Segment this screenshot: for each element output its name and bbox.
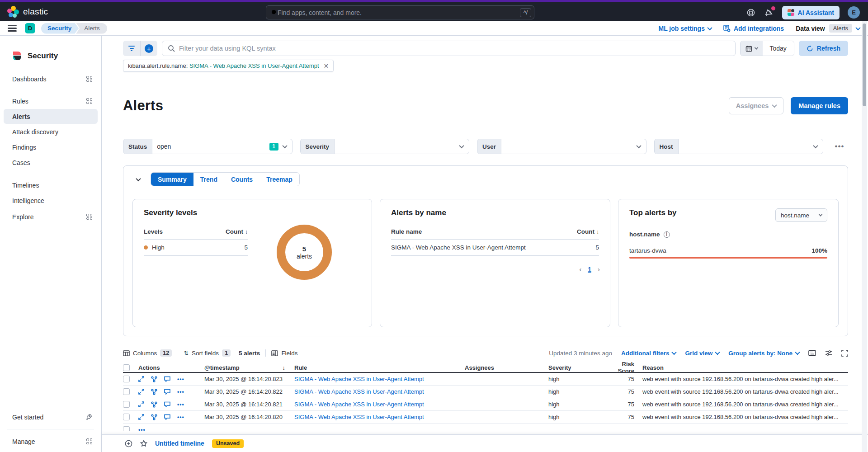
more-actions-icon[interactable]: ••• (177, 389, 184, 395)
additional-filters-button[interactable]: Additional filters (621, 350, 676, 357)
prev-page-icon[interactable]: ‹ (579, 265, 581, 273)
kql-search-bar[interactable] (162, 41, 736, 56)
col-reason[interactable]: Reason (637, 364, 848, 371)
alert-rule-link[interactable]: SIGMA - Web Apache XSS in User-Agent Att… (294, 401, 465, 408)
sidebar-item-attack-discovery[interactable]: Attack discovery (4, 124, 98, 139)
tab-trend[interactable]: Trend (193, 173, 224, 186)
select-all-checkbox[interactable] (123, 364, 138, 371)
sidebar-item-get-started[interactable]: Get started (4, 410, 98, 424)
row-checkbox[interactable] (123, 401, 138, 408)
collapse-charts-button[interactable] (132, 174, 144, 185)
info-icon[interactable]: i (664, 231, 670, 238)
more-actions-icon[interactable]: ••• (138, 427, 146, 432)
favorite-star-icon[interactable] (140, 440, 147, 447)
filter-pill[interactable]: kibana.alert.rule.name: SIGMA - Web Apac… (123, 60, 334, 72)
row-checkbox[interactable] (123, 426, 138, 431)
date-range-button[interactable]: Today (763, 41, 794, 56)
ml-job-settings-link[interactable]: ML job settings (659, 25, 712, 32)
expand-alert-icon[interactable] (138, 389, 144, 395)
data-view-picker[interactable]: Data view Alerts (796, 24, 860, 33)
row-checkbox[interactable] (123, 376, 138, 382)
alert-reason[interactable]: web event with source 192.168.56.200 on … (637, 401, 848, 408)
alert-rule-link[interactable]: SIGMA - Web Apache XSS in User-Agent Att… (294, 388, 465, 395)
severity-filter[interactable]: Severity (300, 139, 470, 154)
tab-summary[interactable]: Summary (151, 173, 193, 186)
analyzer-icon[interactable] (151, 414, 157, 420)
fullscreen-icon[interactable] (841, 350, 848, 357)
announcements-icon[interactable] (764, 8, 774, 18)
user-filter[interactable]: User (477, 139, 646, 154)
count-column-header[interactable]: Count ↓ (577, 228, 599, 235)
more-actions-icon[interactable]: ••• (177, 414, 184, 420)
analyzer-icon[interactable] (151, 376, 157, 382)
count-column-header[interactable]: Count ↓ (226, 228, 248, 235)
sidebar-item-cases[interactable]: Cases (4, 155, 98, 170)
breadcrumb-security[interactable]: Security (41, 23, 79, 34)
analyzer-icon[interactable] (151, 389, 157, 395)
add-integrations-link[interactable]: Add integrations (723, 25, 784, 32)
severity-donut-chart[interactable]: 5 alerts (277, 225, 332, 280)
add-filter-button[interactable]: + (140, 41, 157, 56)
expand-alert-icon[interactable] (138, 414, 144, 420)
display-options-icon[interactable] (825, 350, 832, 356)
assignees-button[interactable]: Assignees (729, 97, 784, 114)
col-rule[interactable]: Rule (294, 364, 465, 371)
expand-alert-icon[interactable] (138, 376, 144, 382)
sidebar-item-timelines[interactable]: Timelines (4, 178, 98, 193)
col-risk-score[interactable]: Risk Score (607, 361, 637, 374)
sidebar-item-intelligence[interactable]: Intelligence (4, 193, 98, 208)
add-timeline-icon[interactable] (125, 440, 132, 447)
group-alerts-button[interactable]: Group alerts by: None (728, 350, 799, 357)
grid-view-button[interactable]: Grid view (685, 350, 719, 357)
top-alerts-field-select[interactable]: host.name (775, 208, 827, 222)
sidebar-item-explore[interactable]: Explore (4, 209, 98, 224)
top-alerts-row[interactable]: tartarus-dvwa 100% (629, 247, 827, 257)
refresh-button[interactable]: Refresh (799, 41, 848, 56)
ai-assistant-button[interactable]: AI Assistant (782, 6, 840, 19)
sidebar-item-alerts[interactable]: Alerts (4, 109, 98, 124)
status-filter[interactable]: Status open 1 (123, 139, 292, 154)
alerts-by-name-row[interactable]: SIGMA - Web Apache XSS in User-Agent Att… (391, 240, 599, 256)
alert-rule-link[interactable]: SIGMA - Web Apache XSS in User-Agent Att… (294, 414, 465, 420)
space-badge[interactable]: D (25, 23, 35, 33)
sidebar-item-manage[interactable]: Manage (4, 434, 98, 449)
help-icon[interactable] (746, 8, 756, 18)
sort-fields-button[interactable]: ⇅ Sort fields 1 (184, 349, 231, 357)
severity-row-high[interactable]: High 5 (144, 240, 248, 256)
more-actions-icon[interactable]: ••• (177, 401, 184, 408)
saved-queries-icon[interactable] (123, 41, 140, 56)
sidebar-item-dashboards[interactable]: Dashboards (4, 71, 98, 86)
date-picker-calendar-button[interactable] (741, 41, 763, 56)
col-assignees[interactable]: Assignees (465, 364, 548, 371)
row-checkbox[interactable] (123, 388, 138, 395)
keyboard-shortcuts-icon[interactable] (808, 350, 816, 356)
fields-button[interactable]: Fields (271, 350, 297, 357)
remove-filter-icon[interactable]: ✕ (323, 62, 329, 70)
sidebar-item-rules[interactable]: Rules (4, 94, 98, 108)
next-page-icon[interactable]: › (598, 265, 600, 273)
col-severity[interactable]: Severity (548, 364, 607, 371)
elastic-logo[interactable]: elastic (0, 6, 48, 18)
user-avatar[interactable]: E (848, 6, 860, 19)
session-view-icon[interactable] (164, 389, 170, 395)
session-view-icon[interactable] (164, 401, 170, 407)
more-filters-button[interactable]: ••• (831, 142, 848, 151)
window-scrollbar-thumb[interactable] (863, 24, 866, 106)
kql-input[interactable] (179, 45, 730, 52)
session-view-icon[interactable] (164, 414, 170, 420)
analyzer-icon[interactable] (151, 401, 157, 408)
manage-rules-button[interactable]: Manage rules (791, 97, 848, 114)
alert-rule-link[interactable]: SIGMA - Web Apache XSS in User-Agent Att… (294, 376, 465, 382)
expand-alert-icon[interactable] (138, 401, 144, 407)
tab-treemap[interactable]: Treemap (259, 173, 299, 186)
alert-reason[interactable]: web event with source 192.168.56.200 on … (637, 376, 848, 382)
alert-reason[interactable]: web event with source 192.168.56.200 on … (637, 414, 848, 420)
global-search-input[interactable] (278, 9, 520, 16)
tab-counts[interactable]: Counts (224, 173, 259, 186)
untitled-timeline-link[interactable]: Untitled timeline (155, 440, 204, 447)
columns-button[interactable]: Columns 12 (123, 349, 172, 357)
host-filter[interactable]: Host (654, 139, 824, 154)
page-1-button[interactable]: 1 (588, 266, 591, 273)
menu-icon[interactable] (8, 25, 17, 32)
session-view-icon[interactable] (164, 376, 170, 382)
